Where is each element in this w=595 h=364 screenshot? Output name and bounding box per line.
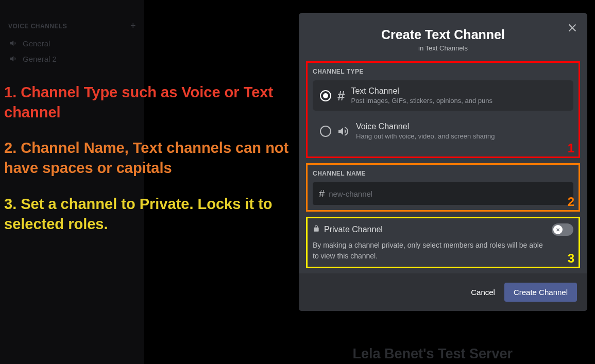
private-channel-desc: By making a channel private, only select…	[313, 240, 545, 262]
annotation-overlay: 1. Channel Type such as Voice or Text ch…	[4, 82, 293, 250]
add-voice-channel-icon[interactable]: +	[130, 21, 136, 31]
annotation-3: 3. Set a channel to Private. Locks it to…	[4, 194, 293, 234]
channel-name-section: CHANNEL NAME # 2	[306, 163, 580, 212]
radio-selected-icon	[320, 90, 331, 101]
private-toggle[interactable]	[552, 223, 573, 236]
modal-title: Create Text Channel	[309, 27, 577, 42]
voice-channel-option[interactable]: Voice Channel Hang out with voice, video…	[313, 116, 573, 146]
modal-subtitle: in Text Channels	[309, 44, 577, 52]
annotation-1: 1. Channel Type such as Voice or Text ch…	[4, 82, 293, 123]
speaker-icon	[9, 54, 19, 63]
voice-channel-name: General	[23, 39, 50, 48]
channel-type-section: CHANNEL TYPE # Text Channel Post images,…	[306, 61, 580, 158]
channel-name-input-wrap[interactable]: #	[313, 182, 573, 205]
speaker-icon	[9, 39, 19, 48]
create-channel-modal: Create Text Channel in Text Channels CHA…	[299, 13, 587, 311]
channel-type-label: CHANNEL TYPE	[313, 68, 573, 75]
cancel-button[interactable]: Cancel	[471, 288, 495, 297]
radio-unselected-icon	[320, 126, 331, 137]
speaker-icon	[337, 125, 350, 137]
voice-channel-item[interactable]: General 2	[4, 51, 140, 66]
box-number-2: 2	[568, 195, 574, 209]
hash-icon: #	[337, 89, 345, 102]
server-watermark: Lela Benet's Test Server	[352, 346, 513, 362]
close-button[interactable]	[567, 22, 578, 36]
voice-channel-item[interactable]: General	[4, 36, 140, 51]
box-number-1: 1	[568, 141, 574, 155]
toggle-knob-icon	[553, 225, 563, 234]
voice-channel-name: General 2	[23, 55, 57, 63]
lock-icon	[313, 225, 320, 234]
voice-channels-label: VOICE CHANNELS	[8, 23, 67, 30]
voice-option-title: Voice Channel	[356, 122, 566, 131]
channel-name-label: CHANNEL NAME	[313, 170, 573, 177]
modal-header: Create Text Channel in Text Channels	[299, 13, 587, 61]
voice-option-desc: Hang out with voice, video, and screen s…	[356, 132, 566, 140]
create-channel-button[interactable]: Create Channel	[504, 283, 577, 302]
private-channel-section: Private Channel By making a channel priv…	[306, 217, 580, 268]
text-channel-option[interactable]: # Text Channel Post images, GIFs, sticke…	[313, 80, 573, 111]
text-option-title: Text Channel	[351, 86, 566, 96]
hash-icon: #	[319, 188, 325, 200]
private-channel-title: Private Channel	[324, 225, 383, 234]
close-icon	[567, 22, 578, 33]
annotation-2: 2. Channel Name, Text channels can not h…	[4, 138, 293, 178]
voice-channels-header[interactable]: VOICE CHANNELS +	[4, 21, 140, 31]
channel-name-input[interactable]	[329, 189, 567, 198]
text-option-desc: Post images, GIFs, stickers, opinions, a…	[351, 97, 566, 105]
modal-footer: Cancel Create Channel	[299, 273, 587, 311]
box-number-3: 3	[568, 251, 574, 266]
